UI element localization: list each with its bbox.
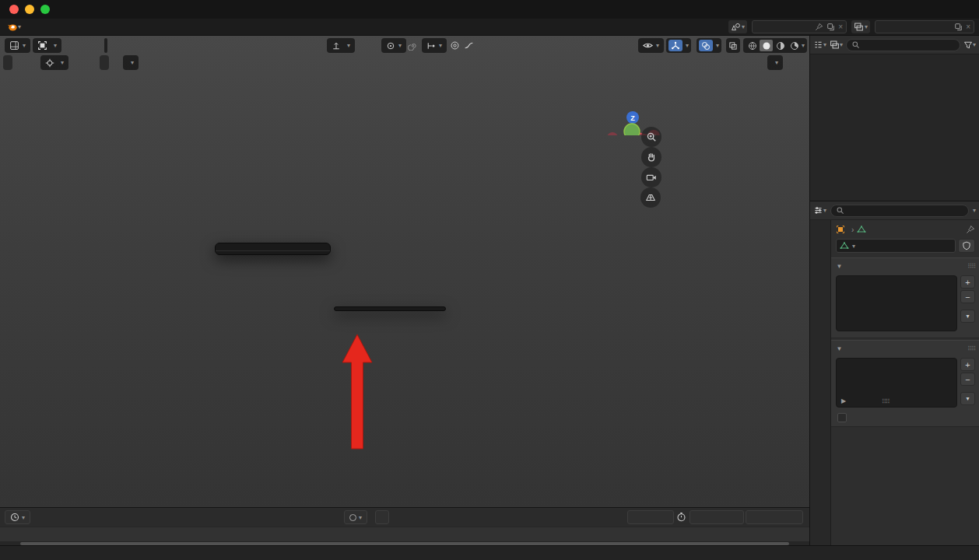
shading-solid-button[interactable] xyxy=(760,40,773,51)
auto-keying-button[interactable]: ▾ xyxy=(344,510,367,524)
chevron-down-icon: ▾ xyxy=(18,23,21,30)
properties-header: ▾ ▾ xyxy=(810,201,979,220)
properties-editor: ▾ ▾ › ▾ ▼⠿⠿ xyxy=(809,201,979,545)
add-vertex-group-button[interactable]: + xyxy=(960,275,975,289)
camera-view-button[interactable] xyxy=(641,167,661,187)
vertex-groups-list[interactable] xyxy=(836,275,957,331)
current-frame-field[interactable] xyxy=(627,510,674,524)
fake-user-shield-button[interactable] xyxy=(958,239,975,253)
mesh-name-field[interactable]: ▾ xyxy=(836,239,956,253)
select-mode-dropdown[interactable]: ▾ xyxy=(123,55,139,70)
properties-tab-column xyxy=(810,220,831,546)
close-window-button[interactable] xyxy=(9,5,19,14)
outliner-search-input[interactable] xyxy=(846,39,960,51)
shading-material-button[interactable] xyxy=(774,40,787,51)
pin-icon[interactable] xyxy=(815,23,823,31)
shading-rendered-button[interactable] xyxy=(788,40,801,51)
timeline-header: ▾ ▾ xyxy=(0,508,809,527)
vertex-groups-header[interactable]: ▼⠿⠿ xyxy=(831,258,979,274)
mode-dropdown[interactable]: ▾ xyxy=(33,38,61,53)
outliner-header: ▾ ▾ ▾ xyxy=(810,36,979,54)
outliner-filter-button[interactable]: ▾ xyxy=(963,40,976,50)
list-resize-grip[interactable]: ⠿⠿ xyxy=(882,398,890,405)
pin-icon[interactable] xyxy=(966,225,975,234)
shape-keys-list[interactable]: ▶ ⠿⠿ xyxy=(836,358,957,408)
data-name-row: ▾ xyxy=(831,237,979,257)
viewport-menubar xyxy=(104,38,107,53)
properties-body: › ▾ ▼⠿⠿ + − ▾ xyxy=(831,220,979,546)
scene-selector[interactable]: × xyxy=(752,20,847,33)
use-preview-range-icon[interactable] xyxy=(676,512,686,522)
properties-editor-type-button[interactable]: ▾ xyxy=(813,205,826,215)
svg-text:Z: Z xyxy=(630,114,635,122)
gizmo-icon[interactable] xyxy=(668,40,682,51)
properties-options-icon[interactable]: ▾ xyxy=(973,207,976,214)
shape-keys-header[interactable]: ▼⠿⠿ xyxy=(831,341,979,356)
vertex-groups-panel: ▼⠿⠿ + − ▾ xyxy=(831,257,979,338)
remove-viewlayer-icon[interactable]: × xyxy=(966,23,970,31)
remove-vertex-group-button[interactable]: − xyxy=(960,290,975,303)
unlink-scene-icon[interactable]: × xyxy=(838,23,843,31)
macos-titlebar xyxy=(0,0,979,19)
remove-shape-key-button[interactable]: − xyxy=(960,373,975,386)
shape-keys-panel: ▼⠿⠿ ▶ ⠿⠿ + − ▾ xyxy=(831,340,979,427)
proportional-editing-icon[interactable] xyxy=(450,40,460,51)
3d-scene-basket xyxy=(0,36,809,507)
blender-logo-icon[interactable] xyxy=(6,21,18,33)
gizmos-toggle[interactable]: ▾ xyxy=(666,38,691,53)
tool-orientation-dropdown[interactable]: ▾ xyxy=(40,55,68,70)
object-context-menu xyxy=(215,243,331,255)
xray-toggle[interactable] xyxy=(726,38,740,53)
outliner-editor-type-button[interactable]: ▾ xyxy=(813,40,826,50)
outliner-editor: ▾ ▾ ▾ xyxy=(809,36,979,201)
overlays-icon[interactable] xyxy=(699,40,713,51)
viewlayer-selector[interactable]: × xyxy=(875,20,974,33)
timeline-ruler[interactable] xyxy=(0,527,809,541)
snap-magnet-icon[interactable] xyxy=(408,40,418,51)
outliner-display-mode-button[interactable]: ▾ xyxy=(830,40,843,50)
proportional-falloff-icon[interactable] xyxy=(464,40,474,51)
new-viewlayer-icon[interactable] xyxy=(954,23,963,31)
blender-topbar: ▾ ▾ × ▾ × xyxy=(0,19,979,36)
snap-target-dropdown[interactable]: ▾ xyxy=(422,38,447,53)
red-annotation-arrow xyxy=(330,330,392,462)
properties-search-input[interactable] xyxy=(830,205,969,217)
navigation-gizmo[interactable]: Z X Y xyxy=(603,73,665,135)
zoom-window-button[interactable] xyxy=(40,5,50,14)
convert-to-submenu xyxy=(334,306,446,311)
new-scene-icon[interactable] xyxy=(826,23,835,31)
shape-key-play-icon[interactable]: ▶ xyxy=(841,397,846,404)
shading-mode-group: ▾ xyxy=(743,38,807,53)
rest-position-checkbox[interactable] xyxy=(837,413,847,422)
orthographic-toggle-button[interactable] xyxy=(640,187,661,208)
options-dropdown[interactable]: ▾ xyxy=(767,55,783,70)
tool-settings-label xyxy=(3,55,12,70)
timeline-editor-type-button[interactable]: ▾ xyxy=(5,510,30,524)
pivot-point-dropdown[interactable]: ▾ xyxy=(381,38,406,53)
breadcrumb: › xyxy=(831,220,979,237)
frame-start-field[interactable] xyxy=(690,510,744,524)
scene-type-dropdown[interactable]: ▾ xyxy=(728,20,747,33)
add-shape-key-button[interactable]: + xyxy=(960,358,975,371)
frame-end-field[interactable] xyxy=(746,510,803,524)
3d-viewport[interactable]: ▾ ▾ ▾ ▾ ▾ ▾ ▾ ▾ ▾ ▾ ▾ ▾ xyxy=(0,36,809,507)
rest-position-row xyxy=(831,409,979,426)
visibility-dropdown[interactable]: ▾ xyxy=(638,38,664,53)
vertex-group-specials-button[interactable]: ▾ xyxy=(960,310,975,323)
shape-key-specials-button[interactable]: ▾ xyxy=(960,392,975,405)
playback-controls xyxy=(375,510,389,524)
minimize-window-button[interactable] xyxy=(25,5,34,14)
timeline-editor: ▾ ▾ xyxy=(0,507,809,545)
viewlayer-type-dropdown[interactable]: ▾ xyxy=(851,20,870,33)
zoom-button[interactable] xyxy=(641,127,661,147)
context-menu-title xyxy=(216,245,330,251)
pan-hand-button[interactable] xyxy=(641,147,661,167)
transform-orientation-dropdown[interactable]: ▾ xyxy=(327,38,355,53)
blender-window: ▾ ▾ × ▾ × ▾ ▾ ▾ ▾ ▾ xyxy=(0,0,979,560)
overlays-toggle[interactable]: ▾ xyxy=(697,38,721,53)
shading-wireframe-button[interactable] xyxy=(746,40,759,51)
editor-type-button[interactable]: ▾ xyxy=(5,38,30,53)
status-bar xyxy=(0,545,979,560)
drag-label xyxy=(100,55,109,70)
